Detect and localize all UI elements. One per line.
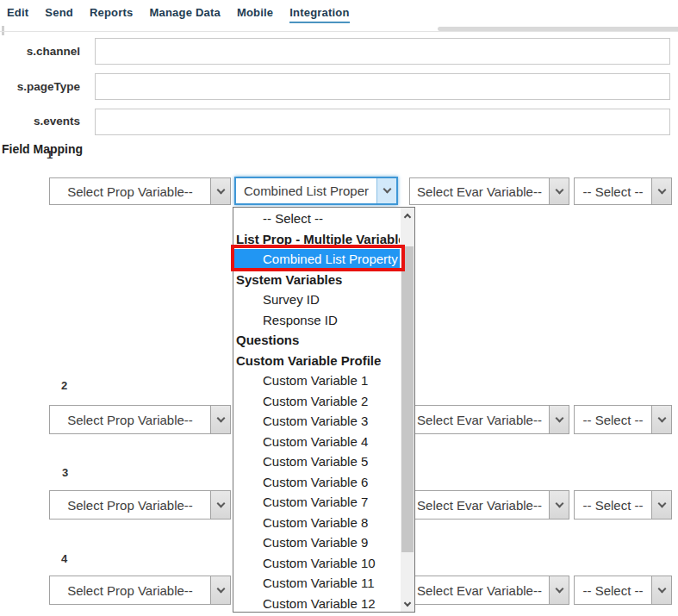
dropdown-option[interactable]: Custom Variable 4 <box>233 432 400 452</box>
dropdown-option[interactable]: Survey ID <box>233 289 400 310</box>
dropdown-group-header: List Prop - Multiple Variable <box>233 229 400 250</box>
evar-variable-select-1[interactable]: Select Evar Variable-- <box>409 177 569 205</box>
dropdown-group-header: Custom Variable Profile <box>233 351 400 371</box>
dropdown-option[interactable]: Response ID <box>233 310 400 331</box>
pagetype-label: s.pageType <box>0 80 80 93</box>
evar-variable-select-3[interactable]: Select Evar Variable-- <box>409 490 569 520</box>
select-value: -- Select -- <box>575 178 651 204</box>
select-value: -- Select -- <box>575 576 651 604</box>
chevron-down-icon <box>376 178 396 203</box>
chevron-down-icon <box>210 178 230 204</box>
select-value: -- Select -- <box>575 491 651 519</box>
event-select-4[interactable]: -- Select -- <box>574 576 672 605</box>
chevron-down-icon <box>549 576 569 604</box>
nav-divider <box>0 31 678 32</box>
dropdown-option[interactable]: Custom Variable 11 <box>233 573 400 594</box>
dropdown-option[interactable]: Custom Variable 9 <box>233 532 400 553</box>
scroll-down-icon[interactable] <box>401 597 414 611</box>
dropdown-scrollbar[interactable] <box>401 208 414 612</box>
row-number-4: 4 <box>61 552 67 565</box>
dropdown-option[interactable]: Custom Variable 8 <box>233 513 400 533</box>
chevron-down-icon <box>651 178 671 204</box>
dropdown-option-selected[interactable]: Combined List Property <box>233 249 400 270</box>
evar-variable-select-4[interactable]: Select Evar Variable-- <box>409 576 569 605</box>
prop-variable-select-1[interactable]: Select Prop Variable-- <box>49 177 231 205</box>
nav-tab-send[interactable]: Send <box>45 6 73 23</box>
dropdown-option[interactable]: Custom Variable 7 <box>233 492 400 513</box>
prop-variable-select-2[interactable]: Select Prop Variable-- <box>49 405 231 434</box>
select-value: Select Evar Variable-- <box>410 406 549 433</box>
select-value: Select Prop Variable-- <box>50 576 210 604</box>
pagetype-input[interactable] <box>95 73 670 100</box>
events-label: s.events <box>0 115 80 128</box>
dropdown-group-header: Questions <box>233 330 400 351</box>
select-value: Select Evar Variable-- <box>410 576 549 604</box>
dropdown-option[interactable]: Custom Variable 5 <box>233 451 400 472</box>
events-input[interactable] <box>95 109 670 135</box>
dropdown-group-header: System Variables <box>233 270 400 290</box>
select-value: Combined List Proper <box>236 178 376 203</box>
chevron-down-icon <box>549 178 569 204</box>
chevron-down-icon <box>651 576 671 604</box>
dropdown-option[interactable]: Custom Variable 1 <box>233 370 400 391</box>
channel-input[interactable] <box>95 38 670 65</box>
scroll-up-icon[interactable] <box>401 208 414 222</box>
prop-variable-select-4[interactable]: Select Prop Variable-- <box>49 576 231 605</box>
select-value: -- Select -- <box>575 406 651 433</box>
field-mapping-title: Field Mapping <box>2 142 83 156</box>
channel-label: s.channel <box>0 45 80 58</box>
chevron-down-icon <box>210 406 230 433</box>
row-number-3: 3 <box>62 466 68 479</box>
select-value: Select Prop Variable-- <box>50 406 210 433</box>
event-select-3[interactable]: -- Select -- <box>574 490 672 520</box>
chevron-down-icon <box>651 406 671 433</box>
nav-tab-edit[interactable]: Edit <box>7 6 28 23</box>
select-value: Select Prop Variable-- <box>50 491 210 519</box>
scrollbar-thumb[interactable] <box>401 246 414 552</box>
event-select-2[interactable]: -- Select -- <box>574 405 672 434</box>
chevron-down-icon <box>549 406 569 433</box>
select-value: Select Evar Variable-- <box>410 178 549 204</box>
dropdown-option[interactable]: Custom Variable 2 <box>233 391 400 412</box>
row-number-1: 1 <box>47 148 53 161</box>
dropdown-option-list: -- Select -- List Prop - Multiple Variab… <box>233 208 400 613</box>
chevron-down-icon <box>651 491 671 519</box>
chevron-down-icon <box>549 491 569 519</box>
integration-page: Edit Send Reports Manage Data Mobile Int… <box>0 0 678 616</box>
nav-tab-reports[interactable]: Reports <box>90 6 134 23</box>
dropdown-option[interactable]: Custom Variable 10 <box>233 553 400 574</box>
select-value: Select Evar Variable-- <box>410 491 549 519</box>
chevron-down-icon <box>210 491 230 519</box>
row-number-2: 2 <box>61 379 67 392</box>
chevron-down-icon <box>210 576 230 604</box>
list-prop-select-1[interactable]: Combined List Proper <box>234 177 398 205</box>
select-value: Select Prop Variable-- <box>50 178 210 204</box>
prop-variable-select-3[interactable]: Select Prop Variable-- <box>49 490 231 520</box>
dropdown-option[interactable]: Custom Variable 12 <box>233 594 400 614</box>
dropdown-option[interactable]: Custom Variable 3 <box>233 411 400 432</box>
dropdown-option[interactable]: -- Select -- <box>233 208 400 229</box>
dropdown-option[interactable]: Custom Variable 6 <box>233 472 400 493</box>
event-select-1[interactable]: -- Select -- <box>574 177 672 205</box>
top-nav: Edit Send Reports Manage Data Mobile Int… <box>7 6 350 23</box>
nav-tab-integration[interactable]: Integration <box>289 6 349 23</box>
nav-tab-mobile[interactable]: Mobile <box>237 6 273 23</box>
nav-tab-manage-data[interactable]: Manage Data <box>149 6 220 23</box>
evar-variable-select-2[interactable]: Select Evar Variable-- <box>409 405 569 434</box>
list-prop-dropdown-panel: -- Select -- List Prop - Multiple Variab… <box>233 207 415 613</box>
section-divider-bar <box>438 27 678 31</box>
